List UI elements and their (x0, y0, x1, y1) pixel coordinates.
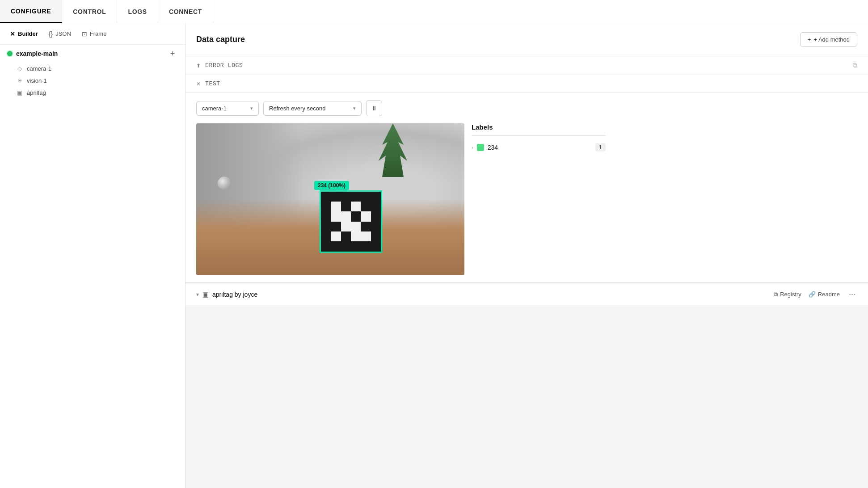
module-file-icon: ▣ (202, 290, 209, 299)
camera-icon: ◇ (16, 65, 23, 72)
test-label: TEST (205, 80, 220, 87)
apriltag-cell (361, 241, 371, 251)
error-logs-label: ERROR LOGS (205, 62, 243, 69)
link-icon: 🔗 (809, 291, 816, 298)
apriltag-pattern (321, 192, 381, 252)
apriltag-cell (371, 192, 381, 202)
apriltag-cell (331, 231, 341, 241)
error-logs-row[interactable]: ⬆ ERROR LOGS ⧉ (185, 56, 868, 75)
camera-canvas: 234 (100%) (196, 123, 464, 275)
labels-panel: Labels › 234 1 (472, 123, 606, 275)
error-logs-arrow: ⬆ (196, 63, 201, 69)
apriltag-cell (361, 202, 371, 211)
machine-name-group: example-main (7, 50, 58, 57)
tab-connect[interactable]: CONNECT (158, 0, 213, 23)
camera-dropdown-arrow: ▾ (250, 105, 253, 111)
apriltag-cell (351, 202, 361, 211)
door-handle-decoration (218, 177, 231, 190)
json-tool-button[interactable]: {} JSON (44, 28, 76, 40)
machine-name: example-main (16, 50, 58, 57)
apriltag-cell (351, 231, 361, 241)
apriltag-cell (371, 241, 381, 251)
apriltag-cell (371, 231, 381, 241)
frame-icon: ⊡ (82, 30, 87, 38)
sidebar-toolbar: ✕ Builder {} JSON ⊡ Frame (0, 23, 185, 45)
apriltag-cell (341, 211, 351, 221)
tab-configure[interactable]: CONFIGURE (0, 0, 62, 23)
label-name: 234 (488, 144, 592, 151)
sidebar-item-apriltag[interactable]: ▣ apriltag (0, 87, 185, 99)
apriltag-cell (351, 241, 361, 251)
refresh-select-value: Refresh every second (269, 105, 325, 112)
add-method-icon: + (808, 36, 811, 43)
readme-label: Readme (818, 291, 840, 298)
apriltag-cell (361, 211, 371, 221)
apriltag-cell (331, 211, 341, 221)
test-controls: camera-1 ▾ Refresh every second ▾ ⏸ (185, 93, 868, 123)
apriltag-detection-box (320, 190, 382, 253)
apriltag-cell (341, 222, 351, 231)
apriltag-cell (371, 202, 381, 211)
label-chevron-icon[interactable]: › (472, 145, 473, 150)
more-options-button[interactable]: ··· (847, 290, 857, 299)
camera-view: 234 (100%) (196, 123, 464, 275)
apriltag-cell (341, 231, 351, 241)
external-link-icon: ⧉ (774, 291, 778, 298)
sidebar-item-camera-1[interactable]: ◇ camera-1 (0, 63, 185, 75)
camera-labels-row: 234 (100%) Labels › 234 1 (185, 123, 868, 282)
apriltag-cell (321, 192, 331, 202)
registry-link[interactable]: ⧉ Registry (774, 291, 801, 298)
camera-select[interactable]: camera-1 ▾ (196, 101, 259, 116)
tab-control[interactable]: CONTROL (62, 0, 117, 23)
add-method-button[interactable]: + + Add method (800, 32, 857, 47)
add-component-button[interactable]: + (167, 48, 178, 59)
add-method-label: + Add method (813, 36, 850, 43)
builder-tool-button[interactable]: ✕ Builder (5, 28, 42, 40)
refresh-select[interactable]: Refresh every second ▾ (263, 101, 362, 116)
detection-tooltip: 234 (100%) (314, 181, 349, 190)
module-name: apriltag by joyce (212, 291, 257, 298)
sidebar-item-vision-1-label: vision-1 (27, 77, 47, 84)
apriltag-cell (371, 222, 381, 231)
apriltag-cell (341, 241, 351, 251)
main-content: Data capture + + Add method ⬆ ERROR LOGS… (185, 23, 868, 488)
external-link-icon[interactable]: ⧉ (853, 62, 857, 69)
apriltag-cell (331, 241, 341, 251)
json-label: JSON (55, 30, 71, 37)
apriltag-cell (371, 211, 381, 221)
apriltag-cell (321, 241, 331, 251)
labels-title: Labels (472, 123, 606, 136)
pause-button[interactable]: ⏸ (366, 100, 382, 116)
apriltag-cell (361, 192, 371, 202)
module-footer-left: ▾ ▣ apriltag by joyce (196, 290, 257, 299)
vision-icon: ✳ (16, 77, 23, 84)
readme-link[interactable]: 🔗 Readme (809, 291, 840, 298)
test-header-row[interactable]: ✕ TEST (185, 75, 868, 93)
error-logs-left: ⬆ ERROR LOGS (196, 62, 243, 69)
content-inner: Data capture + + Add method ⬆ ERROR LOGS… (185, 23, 868, 305)
apriltag-cell (341, 192, 351, 202)
sidebar-item-apriltag-label: apriltag (27, 89, 46, 96)
pause-icon: ⏸ (371, 105, 377, 112)
tab-logs[interactable]: LOGS (117, 0, 158, 23)
test-section: ✕ TEST camera-1 ▾ Refresh every second ▾… (185, 75, 868, 283)
apriltag-cell (331, 222, 341, 231)
module-chevron-icon[interactable]: ▾ (196, 291, 199, 298)
apriltag-cell (331, 192, 341, 202)
machine-row[interactable]: example-main + (0, 45, 185, 63)
apriltag-cell (341, 202, 351, 211)
top-navigation: CONFIGURE CONTROL LOGS CONNECT (0, 0, 868, 23)
label-count: 1 (595, 143, 606, 151)
sidebar: ✕ Builder {} JSON ⊡ Frame example-main +… (0, 23, 185, 488)
frame-label: Frame (90, 30, 107, 37)
data-capture-title: Data capture (196, 35, 245, 44)
registry-label: Registry (780, 291, 801, 298)
module-footer-right: ⧉ Registry 🔗 Readme ··· (774, 290, 857, 299)
module-footer: ▾ ▣ apriltag by joyce ⧉ Registry 🔗 Readm… (185, 283, 868, 305)
apriltag-cell (351, 222, 361, 231)
frame-tool-button[interactable]: ⊡ Frame (77, 28, 111, 40)
test-arrow: ✕ (196, 81, 201, 87)
apriltag-cell (321, 222, 331, 231)
apriltag-cell (361, 231, 371, 241)
sidebar-item-vision-1[interactable]: ✳ vision-1 (0, 75, 185, 87)
